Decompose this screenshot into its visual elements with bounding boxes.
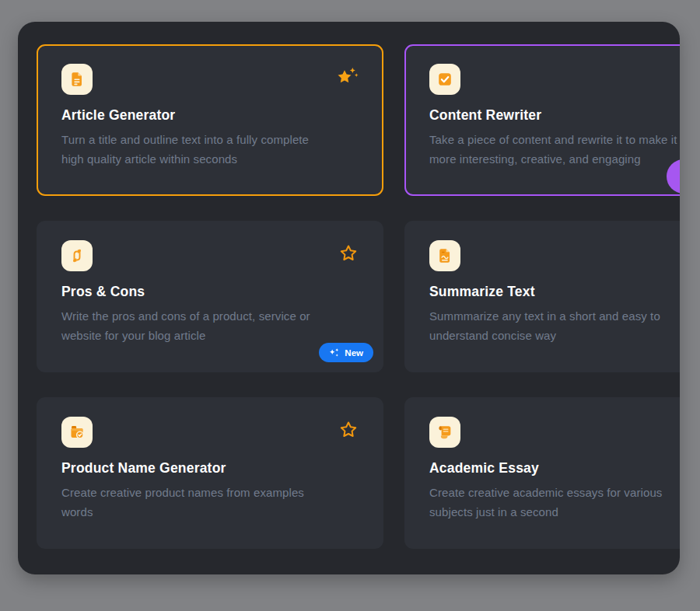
card-title: Academic Essay: [429, 460, 680, 477]
card-description: Create creative academic essays for vari…: [429, 484, 680, 522]
card-header: [429, 240, 680, 271]
favorite-star-filled-icon[interactable]: [335, 67, 359, 87]
card-summarize-text[interactable]: Summarize Text Summmarize any text in a …: [404, 221, 680, 372]
card-title: Summarize Text: [429, 284, 680, 300]
new-badge: New: [319, 343, 373, 362]
card-product-name-generator[interactable]: Product Name Generator Create creative p…: [37, 397, 383, 549]
card-description: Write the pros and cons of a product, se…: [61, 307, 359, 345]
card-description: Take a piece of content and rewrite it t…: [429, 131, 680, 169]
card-description: Create creative product names from examp…: [61, 484, 359, 522]
card-academic-essay[interactable]: Academic Essay Create creative academic …: [404, 397, 680, 549]
favorite-star-outline-icon[interactable]: [338, 420, 359, 440]
new-badge-label: New: [345, 348, 363, 358]
package-check-icon: [61, 417, 93, 448]
card-header: [61, 240, 359, 271]
checkbox-icon: [429, 64, 460, 95]
card-content-rewriter[interactable]: Content Rewriter Take a piece of content…: [404, 44, 680, 196]
card-header: [61, 64, 359, 95]
card-description: Turn a title and outline text into a ful…: [61, 131, 359, 169]
card-header: [429, 417, 680, 448]
document-icon: [61, 64, 93, 95]
templates-panel: Article Generator Turn a title and outli…: [18, 22, 680, 574]
scroll-icon: [429, 417, 460, 448]
card-header: [61, 417, 359, 448]
card-description: Summmarize any text in a short and easy …: [429, 307, 680, 345]
card-title: Content Rewriter: [429, 107, 680, 124]
card-title: Pros & Cons: [61, 284, 359, 300]
card-title: Product Name Generator: [61, 460, 359, 477]
card-title: Article Generator: [61, 107, 359, 124]
favorite-star-outline-icon[interactable]: [338, 243, 359, 264]
sparkles-icon: [329, 347, 340, 358]
summary-document-icon: [429, 240, 460, 271]
swap-arrows-icon: [61, 240, 93, 271]
card-header: [429, 64, 680, 95]
card-pros-and-cons[interactable]: Pros & Cons Write the pros and cons of a…: [37, 221, 383, 372]
desktop-background: Article Generator Turn a title and outli…: [0, 0, 700, 611]
templates-grid: Article Generator Turn a title and outli…: [37, 44, 680, 549]
card-article-generator[interactable]: Article Generator Turn a title and outli…: [37, 44, 383, 196]
